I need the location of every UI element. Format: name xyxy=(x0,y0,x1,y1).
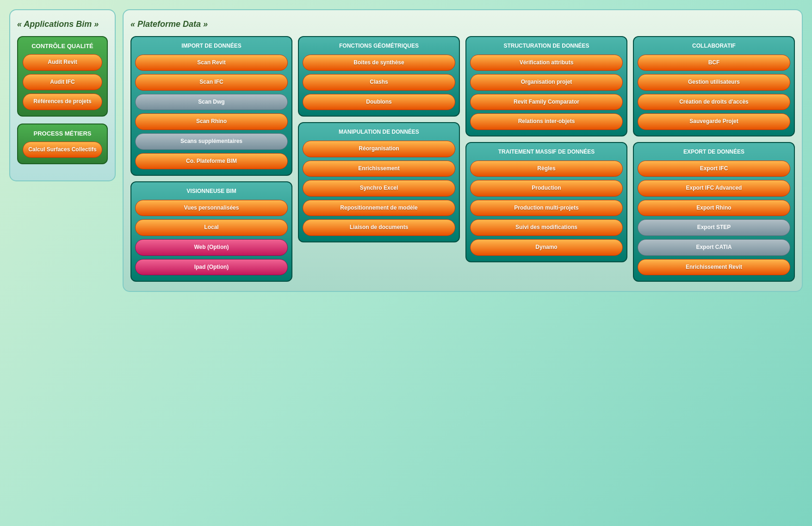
btn-local[interactable]: Local xyxy=(135,219,288,236)
btn-calcul-surfaces-collectifs[interactable]: Calcul Surfaces Collectifs xyxy=(23,142,102,158)
btn-web-option[interactable]: Web (Option) xyxy=(135,239,288,256)
btn-audit-ifc[interactable]: Audit IFC xyxy=(23,74,102,91)
btn-export-step[interactable]: Export STEP xyxy=(638,219,790,236)
box-title-traitement-massif: TRAITEMENT MASSIF DE DONNÉES xyxy=(470,149,623,156)
btn-export-ifc[interactable]: Export IFC xyxy=(638,161,790,177)
btn-bcf[interactable]: BCF xyxy=(638,55,790,71)
btn-vrification-attributs[interactable]: Vérification attributs xyxy=(470,55,623,71)
data-box-visionneuse-bim: VISIONNEUSE BIMVues personnaliséesLocalW… xyxy=(130,181,292,282)
btn-production[interactable]: Production xyxy=(470,180,623,197)
category-title-controle-qualite: CONTRÔLE QUALITÉ xyxy=(23,43,102,50)
right-panel: « Plateforme Data » IMPORT DE DONNÉESSca… xyxy=(123,9,803,292)
column-col-structuration: STRUCTURATION DE DONNÉESVérification att… xyxy=(465,36,627,262)
btn-co-plateforme-bim[interactable]: Co. Plateforme BIM xyxy=(135,153,288,170)
data-box-traitement-massif: TRAITEMENT MASSIF DE DONNÉESRèglesProduc… xyxy=(465,142,627,262)
btn-scan-dwg[interactable]: Scan Dwg xyxy=(135,94,288,111)
box-title-export-donnees: EXPORT DE DONNÉES xyxy=(638,149,790,156)
btn-doublons[interactable]: Doublons xyxy=(303,94,455,111)
btn-rorganisation[interactable]: Réorganisation xyxy=(303,141,455,157)
btn-scans-supplmentaires[interactable]: Scans supplémentaires xyxy=(135,133,288,150)
data-box-export-donnees: EXPORT DE DONNÉESExport IFCExport IFC Ad… xyxy=(633,142,795,282)
data-box-manipulation-donnees: MANIPULATION DE DONNÉESRéorganisationEnr… xyxy=(298,122,460,242)
btn-export-catia[interactable]: Export CATIA xyxy=(638,239,790,256)
main-container: « Applications Bim » CONTRÔLE QUALITÉAud… xyxy=(9,9,803,292)
btn-ipad-option[interactable]: Ipad (Option) xyxy=(135,259,288,276)
column-col-fonctions: FONCTIONS GÉOMÉTRIQUESBoites de synthèse… xyxy=(298,36,460,242)
box-title-manipulation-donnees: MANIPULATION DE DONNÉES xyxy=(303,129,455,136)
btn-liaison-de-documents[interactable]: Liaison de documents xyxy=(303,219,455,236)
columns-grid: IMPORT DE DONNÉESScan RevitScan IFCScan … xyxy=(130,36,795,282)
btn-suivi-des-modifications[interactable]: Suivi des modifications xyxy=(470,219,623,236)
btn-gestion-utilisateurs[interactable]: Gestion utilisateurs xyxy=(638,74,790,91)
box-title-structuration-donnees: STRUCTURATION DE DONNÉES xyxy=(470,43,623,50)
btn-clashs[interactable]: Clashs xyxy=(303,74,455,91)
btn-scan-rhino[interactable]: Scan Rhino xyxy=(135,113,288,130)
btn-export-ifc-advanced[interactable]: Export IFC Advanced xyxy=(638,180,790,197)
btn-export-rhino[interactable]: Export Rhino xyxy=(638,200,790,217)
btn-enrichissement-revit[interactable]: Enrichissement Revit xyxy=(638,259,790,276)
btn-production-multi-projets[interactable]: Production multi-projets xyxy=(470,200,623,217)
box-title-collaboratif: COLLABORATIF xyxy=(638,43,790,50)
btn-sauvegarde-projet[interactable]: Sauvegarde Projet xyxy=(638,113,790,130)
btn-synchro-excel[interactable]: Synchro Excel xyxy=(303,180,455,197)
category-title-process-metiers: PROCESS MÉTIERS xyxy=(23,130,102,137)
data-box-collaboratif: COLLABORATIFBCFGestion utilisateursCréat… xyxy=(633,36,795,136)
btn-enrichissement[interactable]: Enrichissement xyxy=(303,161,455,177)
btn-dynamo[interactable]: Dynamo xyxy=(470,239,623,256)
box-title-visionneuse-bim: VISIONNEUSE BIM xyxy=(135,188,288,195)
right-section-title: « Plateforme Data » xyxy=(130,19,795,29)
category-box-controle-qualite: CONTRÔLE QUALITÉAudit RevitAudit IFCRéfé… xyxy=(17,36,108,117)
data-box-import-donnees: IMPORT DE DONNÉESScan RevitScan IFCScan … xyxy=(130,36,292,176)
btn-audit-revit[interactable]: Audit Revit xyxy=(23,54,102,71)
left-section-title: « Applications Bim » xyxy=(17,19,108,29)
box-title-import-donnees: IMPORT DE DONNÉES xyxy=(135,43,288,50)
btn-scan-revit[interactable]: Scan Revit xyxy=(135,55,288,71)
category-box-process-metiers: PROCESS MÉTIERSCalcul Surfaces Collectif… xyxy=(17,124,108,165)
btn-repositionnement-de-modle[interactable]: Repositionnement de modèle xyxy=(303,200,455,217)
btn-rgles[interactable]: Règles xyxy=(470,161,623,177)
btn-revit-family-comparator[interactable]: Revit Family Comparator xyxy=(470,94,623,111)
btn-rfrences-de-projets[interactable]: Références de projets xyxy=(23,93,102,110)
box-title-fonctions-geometriques: FONCTIONS GÉOMÉTRIQUES xyxy=(303,43,455,50)
btn-boites-de-synthse[interactable]: Boites de synthèse xyxy=(303,55,455,71)
column-col-import: IMPORT DE DONNÉESScan RevitScan IFCScan … xyxy=(130,36,292,282)
data-box-fonctions-geometriques: FONCTIONS GÉOMÉTRIQUESBoites de synthèse… xyxy=(298,36,460,117)
left-panel: « Applications Bim » CONTRÔLE QUALITÉAud… xyxy=(9,9,116,181)
btn-relations-inter-objets[interactable]: Relations inter-objets xyxy=(470,113,623,130)
btn-vues-personnalises[interactable]: Vues personnalisées xyxy=(135,200,288,217)
btn-scan-ifc[interactable]: Scan IFC xyxy=(135,74,288,91)
data-box-structuration-donnees: STRUCTURATION DE DONNÉESVérification att… xyxy=(465,36,627,136)
btn-cration-de-droits-daccs[interactable]: Création de droits d'accès xyxy=(638,94,790,111)
btn-organisation-projet[interactable]: Organisation projet xyxy=(470,74,623,91)
column-col-collaboratif: COLLABORATIFBCFGestion utilisateursCréat… xyxy=(633,36,795,282)
